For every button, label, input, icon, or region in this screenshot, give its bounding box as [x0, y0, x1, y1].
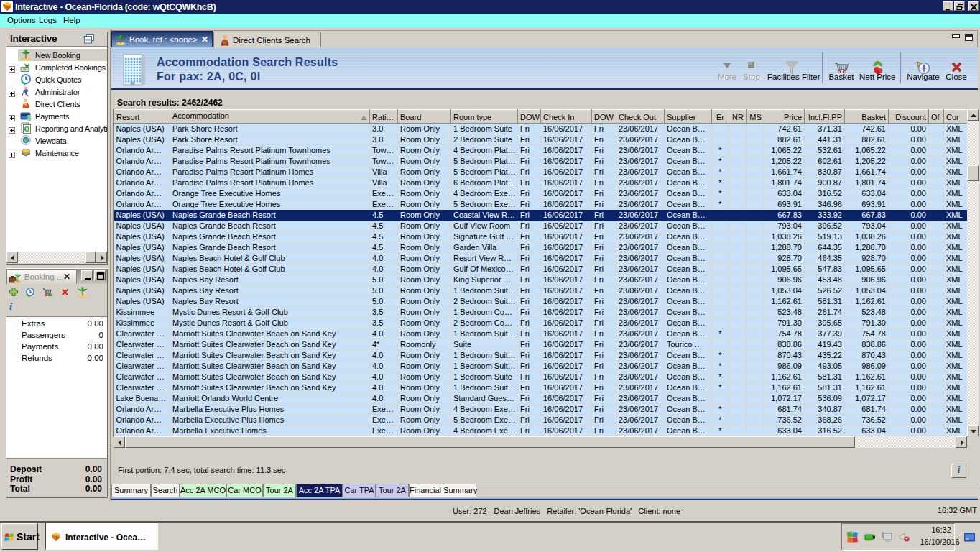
- svg-text:$: $: [27, 114, 32, 122]
